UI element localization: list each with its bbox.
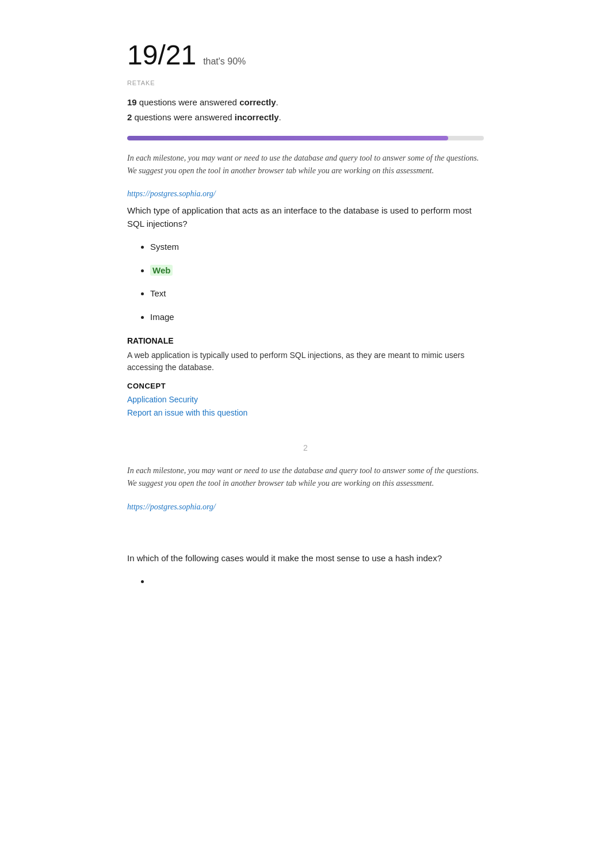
correct-count: 19 [127,97,137,107]
correct-label: questions were answered [139,97,237,107]
q1-answer-system: System [150,241,484,254]
q1-answer-text: Text [150,287,484,300]
q1-concept-section: CONCEPT Application Security Report an i… [127,379,484,419]
q2-spacer [127,517,484,552]
q1-answer-list: System Web Text Image [127,241,484,323]
q1-rationale-text: A web application is typically used to p… [127,349,484,374]
q1-report-link[interactable]: Report an issue with this question [127,407,484,419]
q1-db-link[interactable]: https://postgres.sophia.org/ [127,188,484,200]
divider-number: 2 [127,442,484,454]
q1-question-text: Which type of application that acts as a… [127,204,484,230]
score-section: 19/21 that's 90% RETAKE 19 questions wer… [127,35,484,124]
q1-answer-web-text: Web [150,265,173,276]
q2-answer-1 [150,575,484,588]
score-main: 19/21 that's 90% [127,35,484,76]
q1-milestone-note: In each milestone, you may want or need … [127,152,484,178]
score-fraction: 19/21 [127,35,196,76]
q2-question-text: In which of the following cases would it… [127,552,484,565]
question-2-block: In each milestone, you may want or need … [127,465,484,588]
q1-answer-web: Web [150,264,484,277]
incorrect-bold: incorrectly [235,112,279,122]
correct-summary: 19 questions were answered correctly. [127,96,484,109]
retake-link[interactable]: RETAKE [127,78,484,88]
score-percentage: that's 90% [203,55,246,68]
q2-milestone-note: In each milestone, you may want or need … [127,465,484,490]
correct-bold: correctly [239,97,276,107]
q1-rationale-section: RATIONALE A web application is typically… [127,335,484,374]
q1-answer-image: Image [150,311,484,324]
incorrect-count: 2 [127,112,132,122]
incorrect-summary: 2 questions were answered incorrectly. [127,111,484,124]
incorrect-label: questions were answered [135,112,235,122]
q2-answer-list [127,575,484,588]
question-1-block: In each milestone, you may want or need … [127,152,484,419]
q2-db-link[interactable]: https://postgres.sophia.org/ [127,501,484,513]
q1-concept-link[interactable]: Application Security [127,394,484,406]
progress-bar-container [127,136,484,140]
q1-concept-label: CONCEPT [127,382,166,390]
page-container: 19/21 that's 90% RETAKE 19 questions wer… [81,0,530,657]
q1-rationale-label: RATIONALE [127,335,484,347]
progress-bar-fill [127,136,448,140]
